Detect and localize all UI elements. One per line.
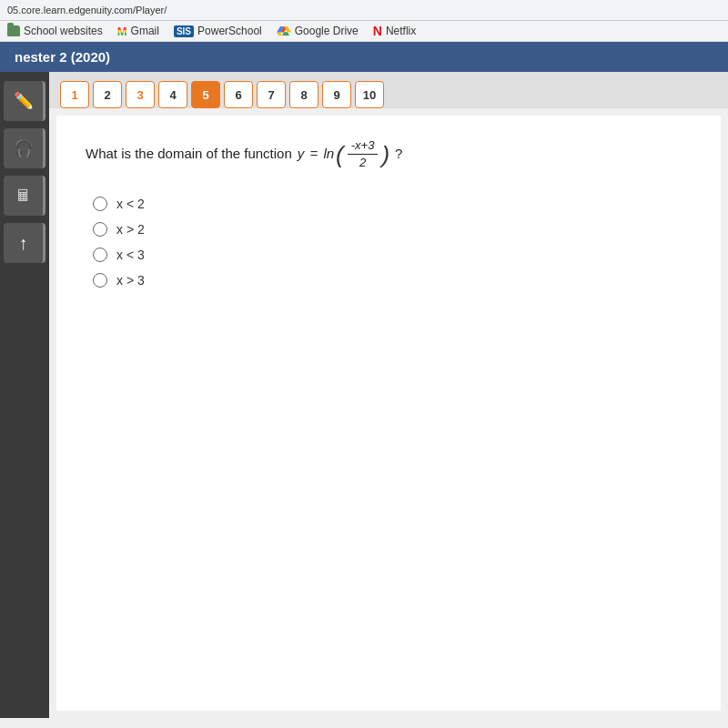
option-1-label: x < 2 xyxy=(116,197,145,211)
bookmark-netflix[interactable]: N Netflix xyxy=(373,24,416,38)
tab-q7-label: 7 xyxy=(268,88,274,102)
tab-q1[interactable]: 1 xyxy=(60,81,89,108)
tab-q5-label: 5 xyxy=(202,88,208,102)
tab-q9-label: 9 xyxy=(333,88,339,102)
tab-q7[interactable]: 7 xyxy=(257,81,286,108)
tab-q6-label: 6 xyxy=(235,88,241,102)
headphones-button[interactable]: 🎧 xyxy=(4,128,46,168)
bookmark-label-school-websites: School websites xyxy=(24,25,103,37)
question-prompt-prefix: What is the domain of the function xyxy=(86,144,292,165)
option-4-label: x > 3 xyxy=(116,273,145,288)
tab-q1-label: 1 xyxy=(71,88,77,102)
bookmark-label-google-drive: Google Drive xyxy=(295,25,359,37)
option-2-label: x > 2 xyxy=(116,222,145,237)
bookmark-school-websites[interactable]: School websites xyxy=(7,25,103,37)
tab-q9[interactable]: 9 xyxy=(322,81,351,108)
page-header: nester 2 (2020) xyxy=(0,42,728,72)
bookmarks-bar: School websites M Gmail SIS PowerSchool … xyxy=(0,21,728,42)
submit-button[interactable]: ↑ xyxy=(4,223,46,263)
tab-q10-label: 10 xyxy=(363,88,376,102)
tab-q5[interactable]: 5 xyxy=(191,81,220,108)
option-3-label: x < 3 xyxy=(116,248,145,262)
tab-q3-label: 3 xyxy=(136,88,143,102)
fraction-numerator: -x+3 xyxy=(348,137,379,155)
calculator-icon: 🖩 xyxy=(15,187,32,206)
question-panel: 1 2 3 4 5 6 7 8 9 xyxy=(49,72,728,718)
calculator-button[interactable]: 🖩 xyxy=(4,176,46,216)
header-title: nester 2 (2020) xyxy=(15,49,110,65)
answer-options: x < 2 x > 2 x < 3 x > 3 xyxy=(93,197,692,288)
bookmark-powerschool[interactable]: SIS PowerSchool xyxy=(174,25,262,37)
tab-q2-label: 2 xyxy=(104,88,110,102)
fraction-denominator: 2 xyxy=(356,155,369,171)
folder-icon xyxy=(7,25,20,36)
equals-sign: = xyxy=(306,144,321,165)
upload-icon: ↑ xyxy=(19,233,28,254)
option-4[interactable]: x > 3 xyxy=(93,273,692,288)
gdrive-icon xyxy=(277,25,291,37)
fraction: -x+3 2 xyxy=(348,137,379,171)
option-3[interactable]: x < 3 xyxy=(93,248,692,262)
right-paren: ) xyxy=(381,143,389,167)
main-container: ✏️ 🎧 🖩 ↑ 1 2 3 4 5 xyxy=(0,72,728,718)
tab-q10[interactable]: 10 xyxy=(355,81,384,108)
content-area: What is the domain of the function y = l… xyxy=(56,116,721,711)
radio-option-2[interactable] xyxy=(93,222,107,237)
pencil-tool-button[interactable]: ✏️ xyxy=(4,81,46,121)
ln-label: ln xyxy=(323,144,334,165)
netflix-icon: N xyxy=(373,24,382,38)
question-prompt-suffix: ? xyxy=(395,144,402,165)
radio-option-3[interactable] xyxy=(93,248,107,262)
question-tabs-bar: 1 2 3 4 5 6 7 8 9 xyxy=(49,72,728,108)
tab-q8[interactable]: 8 xyxy=(289,81,318,108)
tab-q4[interactable]: 4 xyxy=(158,81,187,108)
function-label: y xyxy=(298,144,305,165)
question-text: What is the domain of the function y = l… xyxy=(86,137,692,171)
left-sidebar: ✏️ 🎧 🖩 ↑ xyxy=(0,72,49,718)
math-expression: y = ln ( -x+3 2 ) xyxy=(298,137,389,171)
svg-marker-0 xyxy=(277,33,282,36)
bookmark-label-gmail: Gmail xyxy=(131,25,159,37)
headphones-icon: 🎧 xyxy=(14,138,34,158)
url-text: 05.core.learn.edgenuity.com/Player/ xyxy=(7,5,167,15)
tab-q4-label: 4 xyxy=(169,88,176,102)
sis-icon: SIS xyxy=(174,25,194,37)
option-1[interactable]: x < 2 xyxy=(93,197,692,211)
option-2[interactable]: x > 2 xyxy=(93,222,692,237)
gmail-icon: M xyxy=(117,25,127,38)
browser-url-bar: 05.core.learn.edgenuity.com/Player/ xyxy=(0,0,728,21)
bookmark-label-netflix: Netflix xyxy=(386,25,416,37)
bookmark-google-drive[interactable]: Google Drive xyxy=(277,25,359,37)
radio-option-1[interactable] xyxy=(93,197,107,211)
tab-q6[interactable]: 6 xyxy=(224,81,253,108)
left-paren: ( xyxy=(336,143,344,167)
radio-option-4[interactable] xyxy=(93,273,107,288)
tab-q8-label: 8 xyxy=(300,88,307,102)
bookmark-label-powerschool: PowerSchool xyxy=(197,25,262,37)
tab-q3[interactable]: 3 xyxy=(126,81,155,108)
bookmark-gmail[interactable]: M Gmail xyxy=(117,25,159,38)
tab-q2[interactable]: 2 xyxy=(93,81,122,108)
pencil-icon: ✏️ xyxy=(14,91,34,111)
